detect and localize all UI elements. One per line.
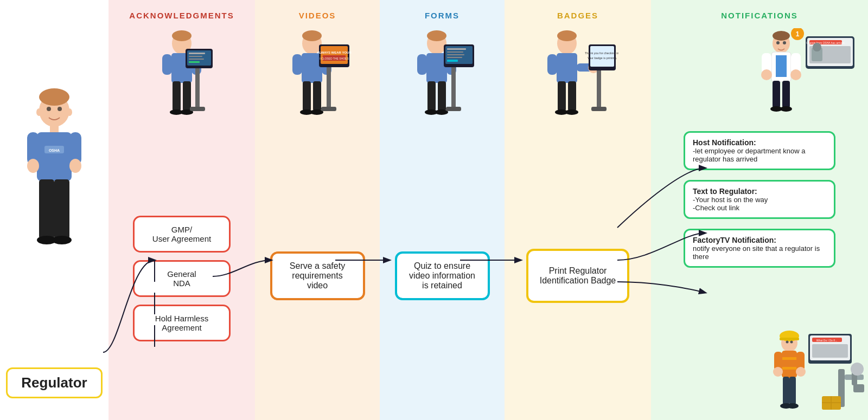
regulator-person-illustration: OSHA [16, 81, 92, 298]
svg-rect-128 [812, 344, 848, 358]
svg-point-59 [435, 109, 448, 115]
svg-rect-33 [189, 59, 204, 60]
svg-point-43 [310, 109, 323, 115]
svg-point-19 [172, 30, 192, 41]
svg-rect-38 [292, 54, 302, 75]
svg-rect-54 [417, 54, 427, 75]
svg-rect-72 [547, 54, 557, 75]
svg-rect-64 [447, 48, 466, 50]
svg-rect-10 [39, 179, 54, 239]
svg-point-52 [427, 30, 446, 41]
ack-kiosk-svg [146, 28, 217, 131]
notifications-title: NOTIFICATIONS [721, 11, 798, 20]
svg-point-70 [557, 30, 577, 41]
svg-point-91 [761, 69, 772, 80]
regulator-section: OSHA Reg [0, 0, 108, 420]
svg-rect-45 [321, 107, 336, 111]
svg-rect-24 [183, 81, 191, 111]
svg-rect-110 [780, 338, 799, 340]
notif-illustration-svg: 1 Change from OSHA has arrived. [749, 28, 857, 126]
svg-rect-113 [782, 367, 797, 370]
svg-rect-133 [853, 384, 864, 392]
videos-title: VIDEOS [299, 11, 336, 20]
svg-rect-66 [447, 54, 464, 55]
svg-point-14 [47, 107, 51, 111]
videos-section: VIDEOS ALWAYS WEAR YOUR [255, 0, 380, 420]
svg-rect-61 [446, 107, 461, 111]
svg-rect-75 [558, 81, 566, 111]
notif-factory-body: notify everyone on site that a regulator… [693, 244, 826, 261]
svg-point-117 [796, 367, 806, 377]
notif-card-factory: FactoryTV Notification: notify everyone … [684, 229, 835, 268]
forms-kiosk-figure [407, 28, 477, 131]
svg-rect-94 [782, 81, 790, 108]
ack-card-gmp: GMP/ User Agreement [133, 216, 231, 253]
svg-point-96 [780, 106, 792, 112]
forms-card: Quiz to ensure video information is reta… [395, 251, 490, 300]
notif-host-body: -let employee or department know a regul… [693, 147, 826, 163]
notif-factory-title: FactoryTV Notification: [693, 236, 826, 244]
svg-text:Change from OSHA has arrived.: Change from OSHA has arrived. [806, 41, 845, 44]
svg-point-116 [773, 367, 783, 377]
svg-rect-44 [327, 66, 331, 109]
forms-kiosk-svg [407, 28, 477, 131]
svg-point-17 [67, 108, 72, 116]
svg-rect-3 [37, 132, 72, 181]
svg-point-97 [776, 41, 780, 44]
svg-text:OSHA: OSHA [49, 148, 60, 152]
svg-point-92 [790, 69, 801, 80]
notifications-section: NOTIFICATIONS [651, 0, 868, 420]
svg-point-36 [302, 30, 322, 41]
videos-card: Serve a safety requirements video [270, 251, 365, 300]
svg-rect-31 [189, 53, 205, 54]
svg-rect-80 [591, 107, 607, 111]
main-wrapper: OSHA Reg [0, 0, 868, 420]
svg-rect-11 [54, 179, 69, 239]
notif-card-text: Text to Regulator: -Your host is on the … [684, 180, 835, 219]
svg-point-78 [565, 109, 578, 115]
svg-rect-47 [321, 46, 348, 64]
svg-rect-28 [190, 107, 205, 111]
videos-kiosk-figure: ALWAYS WEAR YOUR I CLOSED THE SHOES [282, 28, 353, 131]
svg-rect-67 [447, 57, 462, 58]
ack-card-nda: General NDA [133, 260, 231, 297]
svg-rect-60 [451, 66, 456, 109]
svg-point-9 [69, 159, 81, 173]
svg-rect-56 [427, 81, 436, 111]
svg-point-132 [851, 363, 864, 376]
svg-text:Thank you for checking in.: Thank you for checking in. [585, 51, 618, 55]
svg-rect-23 [173, 81, 181, 111]
ack-card-harmless: Hold Harmless Agreement [133, 305, 231, 341]
svg-text:What Do I Do If...: What Do I Do If... [816, 339, 837, 342]
badges-kiosk-svg: Thank you for checking in. Your badge is… [537, 28, 618, 131]
svg-text:ALWAYS WEAR YOUR: ALWAYS WEAR YOUR [317, 51, 352, 54]
svg-rect-111 [782, 351, 797, 378]
svg-rect-34 [189, 61, 200, 63]
svg-rect-2 [50, 125, 59, 133]
badges-card: Print Regulator Identification Badge [526, 249, 629, 303]
ack-title: ACKNOWLEDGMENTS [129, 11, 234, 20]
factory-illustration: What Do I Do If... [768, 326, 865, 415]
svg-point-15 [58, 107, 62, 111]
acknowledgments-section: ACKNOWLEDGMENTS [108, 0, 255, 420]
svg-text:I CLOSED THE SHOES: I CLOSED THE SHOES [320, 57, 349, 60]
svg-rect-57 [438, 81, 446, 111]
badges-card-area: Print Regulator Identification Badge [526, 131, 629, 420]
svg-rect-27 [195, 66, 200, 109]
notif-card-host: Host Notification: -let employee or depa… [684, 131, 835, 170]
svg-point-16 [36, 108, 42, 116]
svg-rect-40 [303, 81, 311, 111]
notif-host-title: Host Notification: [693, 138, 826, 147]
forms-card-area: Quiz to ensure video information is reta… [395, 131, 490, 420]
svg-point-107 [813, 43, 821, 51]
videos-card-area: Serve a safety requirements video [270, 131, 365, 420]
forms-title: FORMS [425, 11, 459, 20]
regulator-label: Regulator [6, 367, 102, 398]
forms-section: FORMS [380, 0, 505, 420]
badges-section: BADGES Thank you for c [505, 0, 651, 420]
svg-rect-71 [557, 53, 577, 83]
notif-text-title: Text to Regulator: [693, 187, 826, 196]
svg-point-13 [52, 236, 72, 244]
svg-point-1 [39, 88, 69, 106]
svg-rect-32 [189, 56, 202, 57]
